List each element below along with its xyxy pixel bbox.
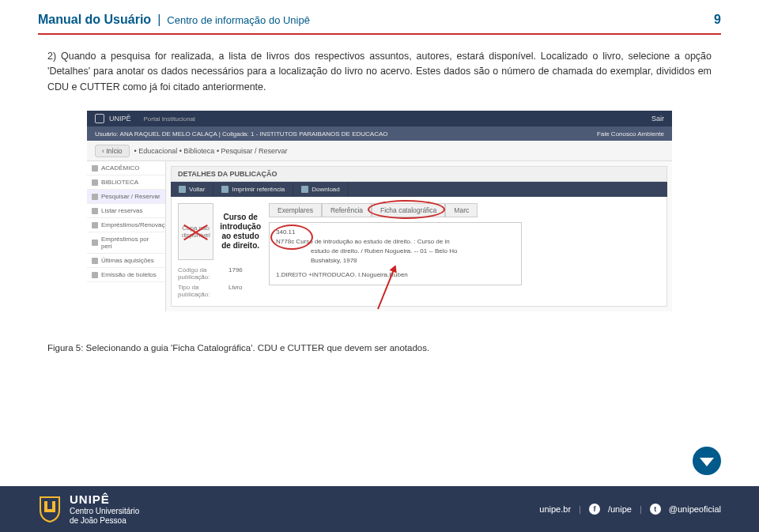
sidebar-item-boletos[interactable]: Emissão de boletos bbox=[87, 268, 165, 282]
ss-user-links[interactable]: Fale Conosco Ambiente bbox=[597, 130, 664, 138]
header-pipe: | bbox=[157, 13, 160, 27]
ss-print-button[interactable]: Imprimir referência bbox=[213, 182, 293, 197]
doc-icon bbox=[92, 194, 98, 200]
ss-book-title: Curso de introdução ao estudo de direito… bbox=[220, 213, 261, 251]
ss-home-button[interactable]: ‹ Início bbox=[95, 145, 130, 157]
ss-portal-label: Portal Institucional bbox=[144, 115, 195, 123]
footer-sep: | bbox=[579, 504, 581, 514]
card-line3: estudo de direito. / Ruben Nogueira. -- … bbox=[276, 247, 515, 256]
facebook-icon[interactable]: f bbox=[589, 504, 600, 515]
page-content: 2) Quando a pesquisa for realizada, a li… bbox=[0, 35, 759, 353]
ss-main: DETALHES DA PUBLICAÇÃO Voltar Imprimir r… bbox=[166, 161, 672, 311]
folder-icon bbox=[92, 165, 98, 172]
ss-right-column: Exemplares Referência Ficha catalográfic… bbox=[269, 203, 660, 300]
svg-rect-2 bbox=[44, 509, 55, 512]
doc-icon bbox=[92, 272, 98, 278]
footer-brand: UNIPÊ bbox=[70, 492, 139, 507]
sidebar-item-pesquisar[interactable]: Pesquisar / Reservar bbox=[87, 190, 165, 204]
sidebar-item-emprestimos[interactable]: Empréstimos/Renovaç bbox=[87, 218, 165, 232]
folder-icon bbox=[92, 179, 98, 186]
scroll-down-badge[interactable] bbox=[693, 447, 721, 475]
tab-marc[interactable]: Marc bbox=[445, 203, 478, 217]
ss-body: ACADÊMICO BIBLIOTECA Pesquisar / Reserva… bbox=[87, 161, 672, 311]
meta-tipo-label: Tipo da publicação: bbox=[178, 284, 228, 298]
ss-panel-title: DETALHES DA PUBLICAÇÃO bbox=[171, 166, 667, 182]
print-icon bbox=[221, 186, 228, 193]
twitter-icon[interactable]: t bbox=[650, 504, 661, 515]
ss-back-button[interactable]: Voltar bbox=[171, 182, 213, 197]
manual-title: Manual do Usuário bbox=[38, 13, 151, 27]
instruction-paragraph: 2) Quando a pesquisa for realizada, a li… bbox=[47, 49, 712, 95]
sidebar-item-aquisicoes[interactable]: Últimas aquisições bbox=[87, 254, 165, 268]
tab-ficha-catalografica[interactable]: Ficha catalográfica bbox=[372, 203, 445, 217]
footer-logo-text: UNIPÊ Centro Universitário de João Pesso… bbox=[70, 492, 139, 526]
card-cdu: 340.11 bbox=[276, 228, 515, 237]
sidebar-item-listar[interactable]: Listar reservas bbox=[87, 204, 165, 218]
ss-toolbar: Voltar Imprimir referência Download bbox=[171, 182, 667, 197]
footer-logo: UNIPÊ Centro Universitário de João Pesso… bbox=[38, 492, 139, 526]
page-footer: UNIPÊ Centro Universitário de João Pesso… bbox=[0, 486, 759, 532]
tab-referencia[interactable]: Referência bbox=[322, 203, 372, 217]
ss-breadcrumb-path: • Educacional • Biblioteca • Pesquisar /… bbox=[134, 147, 288, 155]
shield-icon bbox=[38, 496, 62, 523]
ss-cover-thumb: Capa não disponível bbox=[178, 203, 213, 260]
ss-tabs: Exemplares Referência Ficha catalográfic… bbox=[269, 203, 660, 217]
footer-tagline1: Centro Universitário bbox=[70, 507, 139, 516]
footer-tw[interactable]: @unipeoficial bbox=[669, 504, 721, 514]
footer-tagline2: de João Pessoa bbox=[70, 516, 139, 526]
tab-exemplares[interactable]: Exemplares bbox=[269, 203, 322, 217]
ss-logout-link[interactable]: Sair bbox=[651, 115, 664, 123]
header-left: Manual do Usuário | Centro de informação… bbox=[38, 13, 310, 27]
ss-meta: Código da publicação:1796 Tipo da public… bbox=[178, 265, 261, 300]
meta-tipo-value: Livro bbox=[228, 284, 242, 298]
back-icon bbox=[179, 186, 186, 193]
ss-topbar: UNIPÊ Portal Institucional Sair bbox=[87, 111, 672, 126]
sidebar-item-emprestimos-periodo[interactable]: Empréstimos por perí bbox=[87, 232, 165, 254]
card-cutter-line: N778c Curso de introdução ao estudo de d… bbox=[276, 237, 515, 247]
ss-detail-area: Capa não disponível Curso de introdução … bbox=[171, 197, 667, 307]
ss-breadcrumb: ‹ Início • Educacional • Biblioteca • Pe… bbox=[87, 141, 672, 161]
download-icon bbox=[301, 186, 308, 193]
embedded-screenshot: UNIPÊ Portal Institucional Sair Usuário:… bbox=[87, 111, 672, 311]
ss-logo-icon bbox=[95, 114, 104, 123]
sidebar-item-academico[interactable]: ACADÊMICO bbox=[87, 161, 165, 175]
meta-codigo-value: 1796 bbox=[228, 266, 243, 281]
ss-sidebar: ACADÊMICO BIBLIOTECA Pesquisar / Reserva… bbox=[87, 161, 166, 311]
ss-brand: UNIPÊ bbox=[109, 115, 131, 123]
sidebar-item-biblioteca[interactable]: BIBLIOTECA bbox=[87, 175, 165, 190]
page-header: Manual do Usuário | Centro de informação… bbox=[0, 0, 759, 33]
ss-thumb-column: Capa não disponível Curso de introdução … bbox=[178, 203, 261, 300]
footer-links: unipe.br | f /unipe | t @unipeoficial bbox=[539, 504, 721, 515]
manual-subtitle: Centro de informação do Unipê bbox=[167, 14, 310, 26]
ss-catalog-card: 340.11 N778c Curso de introdução ao estu… bbox=[269, 222, 522, 285]
ss-userbar: Usuário: ANA RAQUEL DE MELO CALAÇA | Col… bbox=[87, 126, 672, 141]
footer-site[interactable]: unipe.br bbox=[539, 504, 571, 514]
ss-download-button[interactable]: Download bbox=[293, 182, 349, 197]
footer-sep: | bbox=[640, 504, 642, 514]
doc-icon bbox=[92, 208, 98, 214]
figure-caption: Figura 5: Selecionando a guia 'Ficha Cat… bbox=[47, 343, 712, 353]
ss-user-info: Usuário: ANA RAQUEL DE MELO CALAÇA | Col… bbox=[95, 130, 387, 138]
footer-fb[interactable]: /unipe bbox=[608, 504, 632, 514]
doc-icon bbox=[92, 240, 98, 246]
page-number: 9 bbox=[714, 13, 721, 27]
meta-codigo-label: Código da publicação: bbox=[178, 266, 228, 281]
doc-icon bbox=[92, 258, 98, 264]
doc-icon bbox=[92, 222, 98, 228]
